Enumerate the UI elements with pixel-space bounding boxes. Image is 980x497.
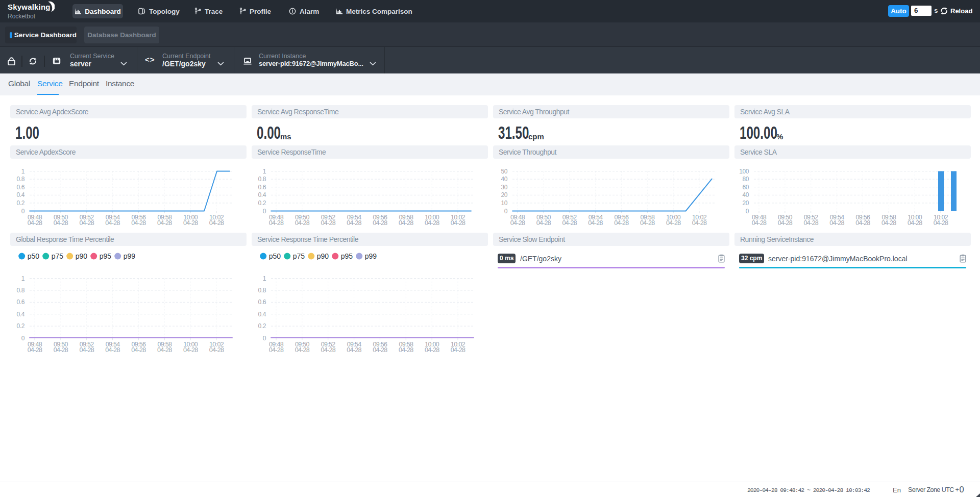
svg-text:04-28: 04-28 [778, 219, 793, 227]
svg-text:04-28: 04-28 [692, 219, 707, 227]
svg-text:0: 0 [746, 208, 749, 215]
svg-text:80: 80 [742, 176, 749, 183]
svg-text:0.2: 0.2 [17, 200, 25, 207]
svg-text:0.2: 0.2 [17, 322, 25, 330]
svg-text:p75: p75 [293, 252, 305, 260]
svg-text:04-28: 04-28 [209, 346, 224, 354]
svg-text:0.4: 0.4 [258, 191, 266, 198]
svg-text:p50: p50 [269, 252, 281, 260]
svg-text:04-28: 04-28 [373, 219, 387, 227]
svg-text:p50: p50 [28, 252, 40, 260]
svg-text:04-28: 04-28 [295, 219, 310, 227]
svg-text:04-28: 04-28 [79, 219, 94, 227]
svg-text:04-28: 04-28 [510, 219, 525, 227]
svg-text:0.4: 0.4 [258, 311, 266, 318]
svg-text:1: 1 [263, 168, 266, 175]
svg-text:0.8: 0.8 [17, 287, 25, 294]
svg-text:04-28: 04-28 [425, 219, 439, 227]
svg-text:20: 20 [742, 200, 749, 207]
svg-text:0.2: 0.2 [258, 200, 266, 207]
svg-text:04-28: 04-28 [79, 346, 94, 354]
svg-text:40: 40 [742, 191, 749, 198]
svg-text:0.4: 0.4 [17, 311, 25, 318]
svg-text:04-28: 04-28 [54, 219, 68, 227]
svg-text:04-28: 04-28 [562, 219, 577, 227]
svg-text:04-28: 04-28 [157, 346, 172, 354]
svg-text:04-28: 04-28 [399, 346, 413, 354]
svg-text:0.4: 0.4 [17, 191, 25, 198]
svg-text:0: 0 [21, 335, 25, 342]
svg-text:04-28: 04-28 [183, 346, 198, 354]
svg-text:04-28: 04-28 [752, 219, 767, 227]
svg-text:04-28: 04-28 [131, 346, 146, 354]
svg-text:04-28: 04-28 [347, 219, 361, 227]
svg-text:04-28: 04-28 [934, 219, 948, 227]
svg-text:04-28: 04-28 [105, 346, 120, 354]
svg-text:0: 0 [21, 208, 25, 215]
svg-text:p95: p95 [341, 252, 353, 260]
svg-text:0.6: 0.6 [17, 184, 25, 191]
svg-text:04-28: 04-28 [588, 219, 603, 227]
svg-text:04-28: 04-28 [908, 219, 922, 227]
svg-text:p90: p90 [317, 252, 329, 260]
svg-text:04-28: 04-28 [614, 219, 629, 227]
svg-text:10: 10 [501, 200, 507, 207]
svg-text:40: 40 [501, 176, 507, 183]
svg-text:04-28: 04-28 [321, 219, 335, 227]
svg-text:04-28: 04-28 [131, 219, 146, 227]
svg-text:04-28: 04-28 [855, 219, 870, 227]
svg-text:04-28: 04-28 [54, 346, 68, 354]
svg-text:04-28: 04-28 [881, 219, 896, 227]
svg-text:04-28: 04-28 [399, 219, 413, 227]
svg-text:04-28: 04-28 [209, 219, 224, 227]
svg-text:04-28: 04-28 [183, 219, 198, 227]
svg-text:0.6: 0.6 [258, 184, 266, 191]
svg-text:04-28: 04-28 [269, 346, 284, 354]
svg-text:30: 30 [501, 184, 507, 191]
svg-text:04-28: 04-28 [105, 219, 120, 227]
svg-text:50: 50 [501, 168, 507, 175]
svg-text:04-28: 04-28 [321, 346, 335, 354]
svg-text:0: 0 [263, 335, 266, 342]
svg-text:04-28: 04-28 [28, 346, 42, 354]
svg-text:04-28: 04-28 [157, 219, 172, 227]
svg-text:0.8: 0.8 [258, 176, 266, 183]
svg-text:04-28: 04-28 [347, 346, 361, 354]
svg-text:0.8: 0.8 [258, 287, 266, 294]
svg-text:04-28: 04-28 [640, 219, 655, 227]
svg-text:04-28: 04-28 [451, 219, 465, 227]
svg-text:1: 1 [21, 275, 25, 282]
svg-text:p75: p75 [52, 252, 64, 260]
svg-text:04-28: 04-28 [829, 219, 844, 227]
svg-text:1: 1 [263, 275, 266, 282]
svg-text:04-28: 04-28 [373, 346, 387, 354]
svg-text:04-28: 04-28 [536, 219, 551, 227]
svg-text:p90: p90 [76, 252, 88, 260]
svg-text:1: 1 [21, 168, 25, 175]
svg-text:100: 100 [739, 168, 749, 175]
svg-text:0.6: 0.6 [258, 299, 266, 306]
svg-text:0.6: 0.6 [17, 299, 25, 306]
svg-text:04-28: 04-28 [295, 346, 310, 354]
svg-text:p95: p95 [100, 252, 112, 260]
svg-text:04-28: 04-28 [666, 219, 681, 227]
svg-text:60: 60 [742, 184, 749, 191]
svg-text:0: 0 [263, 208, 266, 215]
svg-text:0: 0 [504, 208, 508, 215]
svg-text:20: 20 [501, 191, 507, 198]
svg-text:p99: p99 [365, 252, 377, 260]
svg-text:04-28: 04-28 [451, 346, 465, 354]
svg-text:p99: p99 [124, 252, 136, 260]
svg-text:04-28: 04-28 [269, 219, 284, 227]
svg-text:04-28: 04-28 [425, 346, 439, 354]
svg-text:0.2: 0.2 [258, 322, 266, 330]
svg-text:04-28: 04-28 [803, 219, 818, 227]
svg-text:04-28: 04-28 [28, 219, 42, 227]
svg-text:0.8: 0.8 [17, 176, 25, 183]
